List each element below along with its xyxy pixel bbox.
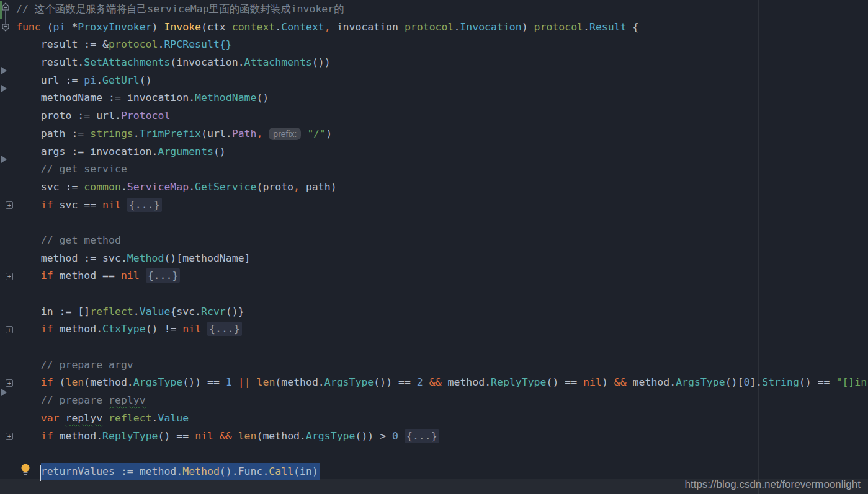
folded-code-placeholder[interactable]: {...} <box>207 322 242 336</box>
code-line[interactable]: // get method <box>0 232 868 250</box>
code-line[interactable]: var replyv reflect.Value <box>0 410 868 428</box>
code-token: method. <box>60 430 103 442</box>
folded-code-placeholder[interactable]: {...} <box>127 198 162 212</box>
code-token: ( <box>60 376 66 388</box>
code-token: // get method <box>16 234 121 246</box>
code-token: Invoke <box>164 21 201 33</box>
code-token: ()) == <box>374 376 417 388</box>
code-line[interactable]: args := invocation.Arguments() <box>0 143 868 161</box>
code-token: "/" <box>307 128 326 139</box>
code-token: () == <box>799 376 836 388</box>
code-token: protocol <box>405 21 454 33</box>
code-token: // 这个函数是服务端将自己serviceMap里面的函数封装成invoker的 <box>16 3 344 15</box>
code-line[interactable]: result := &protocol.RPCResult{} <box>0 36 868 54</box>
code-token: & <box>102 38 109 50</box>
fold-expand-icon[interactable]: + <box>6 201 13 209</box>
code-token: if <box>41 376 60 388</box>
code-line[interactable]: url := pi.GetUrl() <box>0 72 868 90</box>
code-token: (proto <box>256 181 293 193</box>
code-line[interactable] <box>0 338 868 356</box>
code-line[interactable]: if (len(method.ArgsType()) == 1 || len(m… <box>0 374 868 392</box>
fold-arrow-icon[interactable] <box>1 389 7 396</box>
code-line[interactable] <box>0 214 868 232</box>
code-token: pi <box>84 74 96 86</box>
code-line[interactable]: // get service <box>0 161 868 179</box>
code-token: Func <box>238 465 263 477</box>
code-token: ServiceMap <box>127 181 189 193</box>
code-token: ) <box>152 21 164 33</box>
code-line[interactable]: result.SetAttachments(invocation.Attachm… <box>0 54 868 72</box>
code-token: || <box>238 376 251 388</box>
code-token <box>232 376 238 388</box>
code-line[interactable]: if method.CtxType() != nil {...} <box>0 320 868 338</box>
code-token: 1 <box>226 376 232 388</box>
code-line[interactable]: // 这个函数是服务端将自己serviceMap里面的函数封装成invoker的 <box>0 1 868 19</box>
code-line[interactable]: // prepare replyv <box>0 392 868 410</box>
code-line[interactable]: if method == nil {...} <box>0 267 868 285</box>
code-token: reflect <box>109 412 152 424</box>
code-line[interactable]: methodName := invocation.MethodName() <box>0 89 868 107</box>
code-token: () <box>213 146 226 157</box>
code-token: 0 <box>743 376 749 388</box>
code-token: () <box>140 74 152 86</box>
code-line[interactable]: proto := url.Protocol <box>0 107 868 125</box>
code-token: . <box>133 128 140 139</box>
code-token: invocation <box>331 21 405 33</box>
code-token: Context <box>281 21 324 33</box>
code-token: method == <box>60 270 121 281</box>
code-line[interactable]: if method.ReplyType() == nil && len(meth… <box>0 428 868 446</box>
code-token: Path <box>232 128 257 139</box>
code-token: () == <box>158 430 195 442</box>
code-token: ( <box>201 21 207 33</box>
fold-expand-icon[interactable]: + <box>6 326 13 333</box>
code-token <box>102 412 109 424</box>
fold-arrow-icon[interactable] <box>1 67 7 74</box>
code-token: if <box>41 199 60 211</box>
code-token <box>232 430 238 442</box>
code-token <box>16 376 41 388</box>
code-line[interactable]: in := []reflect.Value{svc.Rcvr()} <box>0 303 868 321</box>
fold-expand-icon[interactable]: + <box>6 273 13 280</box>
fold-expand-icon[interactable]: + <box>6 433 13 440</box>
code-line[interactable]: func (pi *ProxyInvoker) Invoke(ctx conte… <box>0 19 868 37</box>
code-line[interactable]: if svc == nil {...} <box>0 196 868 214</box>
code-line[interactable]: svc := common.ServiceMap.GetService(prot… <box>0 179 868 196</box>
code-line[interactable]: path := strings.TrimPrefix(url.Path, pre… <box>0 125 868 143</box>
code-token: Method <box>127 252 164 264</box>
code-line[interactable] <box>0 285 868 303</box>
fold-arrow-icon[interactable] <box>1 85 7 92</box>
code-editor-area[interactable]: // 这个函数是服务端将自己serviceMap里面的函数封装成invoker的… <box>0 1 868 481</box>
fold-expand-icon[interactable]: + <box>6 379 13 387</box>
code-token: Value <box>140 306 171 317</box>
code-token: protocol <box>534 21 583 33</box>
watermark-link: https://blog.csdn.net/forevermoonlight <box>685 479 861 491</box>
code-token: ()} <box>226 306 244 317</box>
code-line[interactable] <box>0 445 868 463</box>
parameter-name-hint: prefix: <box>269 128 301 140</box>
code-token: (invocation. <box>170 56 244 68</box>
code-token: ()[methodName] <box>164 252 250 264</box>
code-line[interactable]: // prepare argv <box>0 356 868 374</box>
code-token: TrimPrefix <box>140 128 201 139</box>
code-token: pi <box>53 21 66 33</box>
code-token: len <box>257 376 275 388</box>
code-token: {} <box>220 38 232 50</box>
selected-text[interactable]: returnValues := method.Method().Func.Cal… <box>41 463 320 480</box>
code-token <box>16 430 41 442</box>
code-token: GetUrl <box>102 74 140 86</box>
code-token: Arguments <box>158 146 213 157</box>
code-token: returnValues := method. <box>41 465 182 477</box>
code-token: , <box>256 128 262 139</box>
code-token: ArgsType <box>306 430 355 442</box>
code-token: nil <box>121 270 146 281</box>
code-token: func <box>16 21 47 33</box>
fold-arrow-icon[interactable] <box>1 156 7 163</box>
folded-code-placeholder[interactable]: {...} <box>146 268 181 283</box>
folded-code-placeholder[interactable]: {...} <box>405 429 439 443</box>
code-token: { <box>627 21 639 33</box>
code-line[interactable]: method := svc.Method()[methodName] <box>0 250 868 268</box>
code-token: Invocation <box>460 21 521 33</box>
code-token: methodName := invocation. <box>16 92 195 104</box>
code-token: . <box>275 21 281 33</box>
code-token: len <box>238 430 257 442</box>
